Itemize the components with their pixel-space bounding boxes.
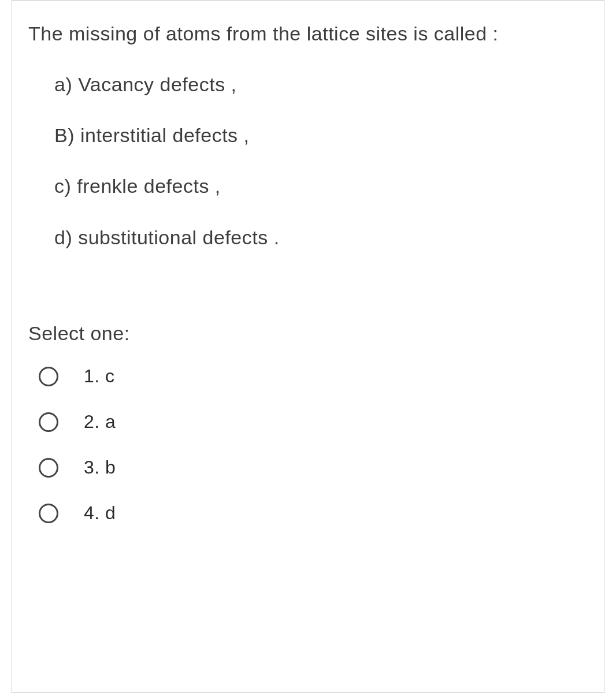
radio-button-1[interactable] [39,367,58,386]
option-b: B) interstitial defects , [54,120,588,151]
answer-choice-4: 4. d [39,502,588,524]
answer-choice-2: 2. a [39,411,588,433]
answer-label-1: 1. c [84,366,115,387]
answer-choices: 1. c 2. a 3. b 4. d [28,366,588,524]
answer-choice-3: 3. b [39,457,588,478]
answer-label-2: 2. a [84,411,116,433]
option-d: d) substitutional defects . [54,222,588,253]
answer-label-3: 3. b [84,457,116,478]
option-c: c) frenkle defects , [54,170,588,202]
answer-choice-1: 1. c [39,366,588,387]
radio-button-3[interactable] [39,458,58,478]
question-prompt: The missing of atoms from the lattice si… [28,15,588,53]
radio-button-4[interactable] [39,504,58,523]
question-card: The missing of atoms from the lattice si… [12,0,604,693]
question-options: a) Vacancy defects , B) interstitial def… [28,69,588,254]
answer-label-4: 4. d [84,502,116,524]
radio-button-2[interactable] [39,412,58,432]
option-a: a) Vacancy defects , [54,69,588,100]
select-one-label: Select one: [28,322,588,345]
